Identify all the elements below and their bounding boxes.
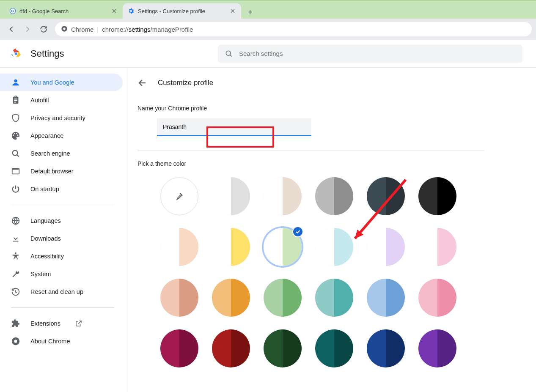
theme-swatch[interactable]	[367, 177, 405, 215]
sidebar-item-appearance[interactable]: Appearance	[0, 127, 123, 145]
external-link-icon	[75, 320, 82, 327]
settings-search[interactable]: Search settings	[218, 45, 522, 63]
theme-swatch[interactable]	[315, 177, 353, 215]
theme-swatch[interactable]	[264, 177, 302, 215]
theme-swatch[interactable]	[160, 228, 198, 266]
reload-button[interactable]	[36, 22, 51, 36]
theme-swatch[interactable]	[212, 329, 250, 367]
forward-button[interactable]	[20, 22, 35, 36]
shield-icon	[11, 113, 20, 123]
theme-swatch[interactable]	[418, 279, 456, 317]
sidebar-item-reset-and-clean-up[interactable]: Reset and clean up	[0, 283, 123, 301]
theme-label: Pick a theme color	[137, 160, 484, 167]
svg-text:G: G	[11, 9, 14, 13]
theme-swatch[interactable]	[418, 228, 456, 266]
theme-swatch[interactable]	[315, 329, 353, 367]
sidebar-item-label: On startup	[30, 186, 59, 192]
theme-swatch-grid	[160, 177, 484, 367]
sidebar-item-label: Accessibility	[30, 253, 64, 260]
sidebar-item-extensions[interactable]: Extensions	[0, 315, 123, 332]
settings-main: Customize profile Name your Chrome profi…	[127, 68, 536, 392]
browser-tabstrip: G dfd - Google Search Settings - Customi…	[0, 0, 536, 19]
sidebar-item-label: About Chrome	[30, 338, 70, 345]
theme-swatch[interactable]	[212, 279, 250, 317]
download-icon	[11, 234, 20, 243]
address-bar[interactable]: Chrome | chrome://settings/manageProfile	[55, 22, 532, 36]
tab-inactive[interactable]: G dfd - Google Search	[4, 3, 123, 19]
person-icon	[11, 78, 20, 87]
tab-title: Settings - Customize profile	[138, 8, 229, 14]
power-icon	[11, 184, 20, 194]
sidebar-item-on-startup[interactable]: On startup	[0, 180, 123, 198]
sidebar-item-label: Appearance	[30, 132, 63, 139]
assignment-icon	[11, 96, 20, 105]
theme-swatch[interactable]	[160, 177, 198, 215]
new-tab-button[interactable]: +	[244, 6, 256, 19]
sidebar-item-label: Search engine	[30, 150, 70, 157]
theme-swatch[interactable]	[264, 228, 302, 266]
search-icon	[225, 49, 233, 58]
sidebar-item-you-and-google[interactable]: You and Google	[0, 74, 123, 91]
tab-title: dfd - Google Search	[19, 8, 111, 14]
globe-icon	[11, 216, 20, 225]
name-field-label: Name your Chrome profile	[137, 105, 484, 112]
theme-swatch[interactable]	[418, 329, 456, 367]
google-favicon: G	[9, 8, 16, 14]
sidebar-item-label: Privacy and security	[30, 115, 85, 121]
search-placeholder: Search settings	[239, 50, 283, 57]
eyedropper-icon	[175, 192, 184, 201]
sidebar-item-label: System	[30, 271, 51, 277]
svg-point-3	[63, 27, 65, 30]
sidebar-item-languages[interactable]: Languages	[0, 212, 123, 230]
theme-swatch[interactable]	[160, 279, 198, 317]
profile-name-input[interactable]	[157, 118, 311, 136]
extension-icon	[11, 319, 20, 328]
settings-title: Settings	[30, 48, 64, 59]
wrench-icon	[11, 269, 20, 279]
settings-header: Settings Search settings	[0, 40, 536, 68]
sidebar-item-label: Languages	[30, 217, 61, 224]
browser-toolbar: Chrome | chrome://settings/manageProfile	[0, 19, 536, 40]
theme-swatch[interactable]	[160, 329, 198, 367]
settings-favicon-icon	[128, 8, 135, 14]
sidebar-item-system[interactable]: System	[0, 265, 123, 283]
sidebar-item-accessibility[interactable]: Accessibility	[0, 247, 123, 265]
back-button[interactable]	[4, 22, 19, 36]
sidebar-item-about-chrome[interactable]: About Chrome	[0, 332, 123, 350]
theme-swatch[interactable]	[315, 228, 353, 266]
theme-swatch[interactable]	[367, 279, 405, 317]
omnibox-prefix: Chrome	[71, 26, 93, 33]
theme-swatch[interactable]	[367, 228, 405, 266]
accessibility-icon	[11, 252, 20, 261]
sidebar-item-label: Autofill	[30, 97, 49, 104]
sidebar-item-search-engine[interactable]: Search engine	[0, 145, 123, 162]
sidebar-item-default-browser[interactable]: Default browser	[0, 162, 123, 180]
page-back-button[interactable]	[137, 78, 148, 88]
chrome-logo-icon	[10, 48, 22, 60]
sidebar-item-privacy-and-security[interactable]: Privacy and security	[0, 109, 123, 127]
close-icon[interactable]	[111, 8, 118, 14]
chrome-icon	[11, 337, 20, 346]
theme-swatch[interactable]	[315, 279, 353, 317]
checkmark-icon	[292, 226, 303, 237]
sidebar-item-label: Downloads	[30, 235, 61, 242]
sidebar-item-label: Extensions	[30, 320, 60, 327]
sidebar-item-downloads[interactable]: Downloads	[0, 230, 123, 247]
theme-swatch[interactable]	[212, 177, 250, 215]
svg-point-10	[15, 252, 16, 254]
theme-swatch[interactable]	[264, 279, 302, 317]
theme-swatch[interactable]	[418, 177, 456, 215]
search-icon	[11, 149, 20, 158]
tab-active[interactable]: Settings - Customize profile	[123, 3, 241, 19]
theme-swatch[interactable]	[264, 329, 302, 367]
page-title: Customize profile	[158, 79, 213, 87]
theme-swatch[interactable]	[212, 228, 250, 266]
sidebar-item-autofill[interactable]: Autofill	[0, 91, 123, 109]
restore-icon	[11, 287, 20, 296]
theme-swatch[interactable]	[367, 329, 405, 367]
sidebar-item-label: Reset and clean up	[30, 288, 83, 295]
chrome-chip-icon	[61, 25, 68, 33]
svg-point-12	[14, 340, 17, 343]
close-icon[interactable]	[229, 8, 236, 14]
palette-icon	[11, 131, 20, 140]
